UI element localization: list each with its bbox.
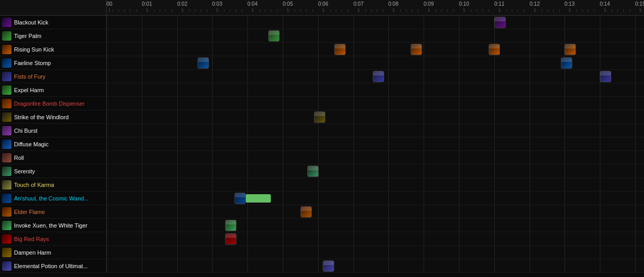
ability-track[interactable] bbox=[107, 97, 644, 110]
ability-label[interactable]: Roll bbox=[0, 151, 107, 164]
ability-track[interactable] bbox=[107, 29, 644, 42]
ability-label[interactable]: Dragonfire Bomb Dispenser bbox=[0, 97, 107, 110]
ability-label[interactable]: Blackout Kick bbox=[0, 16, 107, 29]
grid-line bbox=[247, 110, 248, 123]
ability-name: Roll bbox=[14, 155, 24, 161]
ability-track[interactable] bbox=[107, 259, 644, 272]
ability-label[interactable]: Expel Harm bbox=[0, 83, 107, 96]
ability-label[interactable]: Dampen Harm bbox=[0, 246, 107, 259]
event-marker[interactable] bbox=[198, 57, 209, 69]
ability-icon bbox=[2, 180, 11, 190]
ability-label[interactable]: Chi Burst bbox=[0, 124, 107, 137]
ability-track[interactable] bbox=[107, 56, 644, 69]
tick-sub bbox=[201, 9, 201, 12]
ability-label[interactable]: An'shuul, the Cosmic Wand... bbox=[0, 192, 107, 205]
ability-label[interactable]: Serenity bbox=[0, 165, 107, 178]
ability-track[interactable] bbox=[107, 16, 644, 29]
grid-line bbox=[530, 232, 530, 245]
ability-label[interactable]: Elder Flame bbox=[0, 205, 107, 218]
grid-line bbox=[424, 16, 424, 29]
event-marker[interactable] bbox=[411, 44, 422, 55]
event-marker[interactable] bbox=[600, 71, 611, 82]
event-marker[interactable] bbox=[334, 44, 346, 55]
ability-name: Touch of Karma bbox=[14, 182, 54, 188]
event-marker[interactable] bbox=[373, 71, 384, 82]
tick-label: 0:13 bbox=[564, 0, 574, 7]
event-marker[interactable] bbox=[234, 193, 246, 204]
grid-line bbox=[530, 16, 530, 29]
ability-track[interactable] bbox=[107, 43, 644, 56]
grid-line bbox=[424, 97, 424, 110]
ability-label[interactable]: Touch of Karma bbox=[0, 178, 107, 191]
grid-line bbox=[283, 137, 283, 150]
grid-line bbox=[107, 43, 107, 56]
ability-track[interactable] bbox=[107, 178, 644, 191]
tick-sub bbox=[271, 9, 271, 12]
ability-label[interactable]: Tiger Palm bbox=[0, 29, 107, 42]
event-marker[interactable] bbox=[489, 44, 500, 55]
event-marker[interactable] bbox=[494, 17, 506, 28]
ability-label[interactable]: Strike of the Windlord bbox=[0, 110, 107, 123]
event-marker[interactable] bbox=[561, 57, 572, 69]
grid-line bbox=[424, 83, 424, 96]
grid-line bbox=[142, 110, 142, 123]
ability-track[interactable] bbox=[107, 165, 644, 178]
event-marker[interactable] bbox=[225, 233, 236, 245]
tick-sub bbox=[477, 9, 477, 12]
ability-track[interactable] bbox=[107, 219, 644, 232]
grid-line bbox=[107, 29, 107, 42]
event-marker[interactable] bbox=[564, 44, 576, 55]
ability-label[interactable]: Fists of Fury bbox=[0, 70, 107, 83]
grid-line bbox=[247, 205, 248, 218]
ability-track[interactable] bbox=[107, 137, 644, 150]
tick-sub bbox=[195, 9, 195, 12]
grid-line bbox=[388, 192, 389, 205]
ability-track[interactable] bbox=[107, 70, 644, 83]
tick-0:12: 0:12 bbox=[530, 0, 540, 12]
ability-track[interactable] bbox=[107, 124, 644, 137]
event-marker[interactable] bbox=[307, 166, 319, 177]
tick-sub bbox=[553, 9, 554, 12]
ability-icon bbox=[2, 207, 11, 217]
ability-track[interactable] bbox=[107, 110, 644, 123]
grid-line bbox=[424, 246, 424, 259]
grid-line bbox=[107, 165, 107, 178]
event-marker[interactable] bbox=[323, 260, 334, 272]
ability-track[interactable] bbox=[107, 151, 644, 164]
tick-sub bbox=[606, 9, 606, 12]
grid-line bbox=[353, 232, 354, 245]
ability-track[interactable] bbox=[107, 246, 644, 259]
tick-sub bbox=[429, 9, 430, 12]
ability-track[interactable] bbox=[107, 232, 644, 245]
grid-line bbox=[459, 56, 459, 69]
grid-line bbox=[564, 16, 565, 29]
ability-label[interactable]: Faeline Stomp bbox=[0, 56, 107, 69]
grid-line bbox=[353, 259, 354, 272]
grid-line bbox=[318, 259, 319, 272]
event-marker[interactable] bbox=[314, 111, 325, 123]
rows-container[interactable]: Blackout KickTiger PalmRising Sun KickFa… bbox=[0, 16, 644, 277]
event-marker[interactable] bbox=[268, 30, 280, 42]
event-marker[interactable] bbox=[300, 206, 312, 218]
ability-track[interactable] bbox=[107, 83, 644, 96]
event-marker[interactable] bbox=[225, 220, 236, 231]
grid-line bbox=[107, 137, 107, 150]
grid-line bbox=[459, 232, 459, 245]
ability-label[interactable]: Big Red Rays bbox=[0, 232, 107, 245]
grid-line bbox=[564, 259, 565, 272]
ability-row: Dampen Harm bbox=[0, 246, 644, 259]
grid-line bbox=[635, 205, 636, 218]
ability-track[interactable] bbox=[107, 205, 644, 218]
ability-icon bbox=[2, 234, 11, 244]
ability-label[interactable]: Diffuse Magic bbox=[0, 137, 107, 150]
grid-line bbox=[107, 16, 107, 29]
grid-line bbox=[353, 137, 354, 150]
ability-label[interactable]: Rising Sun Kick bbox=[0, 43, 107, 56]
grid-line bbox=[388, 259, 389, 272]
grid-line bbox=[530, 43, 530, 56]
ability-label[interactable]: Invoke Xuen, the White Tiger bbox=[0, 219, 107, 232]
grid-line bbox=[107, 192, 107, 205]
ability-label[interactable]: Elemental Potion of Ultimat... bbox=[0, 259, 107, 272]
ability-track[interactable] bbox=[107, 192, 644, 205]
grid-line bbox=[212, 205, 213, 218]
